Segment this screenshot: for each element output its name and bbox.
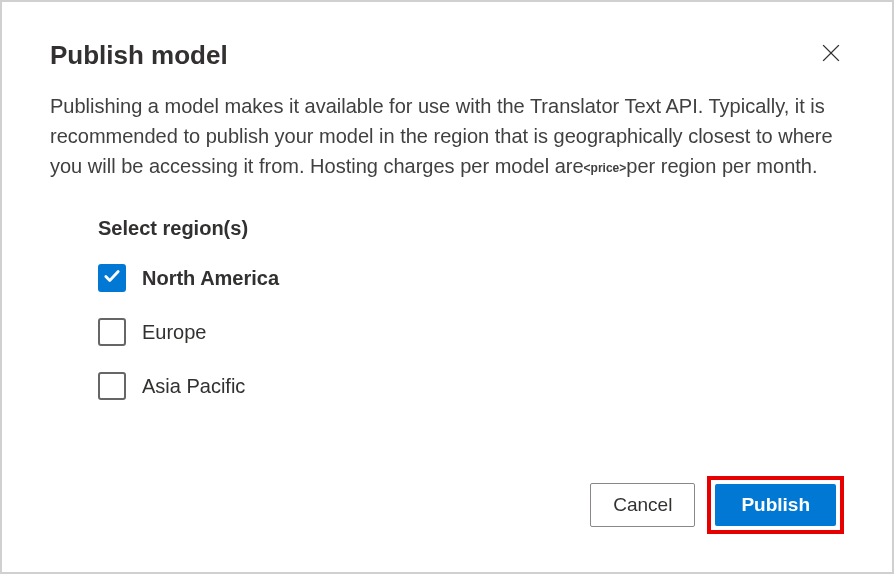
region-label: Asia Pacific [142, 375, 245, 398]
region-option-asia-pacific[interactable]: Asia Pacific [98, 372, 844, 400]
dialog-title: Publish model [50, 40, 228, 71]
checkbox-checked[interactable] [98, 264, 126, 292]
region-option-north-america[interactable]: North America [98, 264, 844, 292]
dialog-header: Publish model [50, 40, 844, 71]
checkbox-unchecked[interactable] [98, 318, 126, 346]
dialog-description: Publishing a model makes it available fo… [50, 91, 844, 181]
regions-label: Select region(s) [98, 217, 844, 240]
publish-button-highlight: Publish [707, 476, 844, 534]
regions-section: Select region(s) North America Europe As… [50, 217, 844, 400]
close-button[interactable] [818, 40, 844, 69]
publish-model-dialog: Publish model Publishing a model makes i… [2, 2, 892, 572]
price-placeholder: <price> [584, 161, 627, 175]
region-label: North America [142, 267, 279, 290]
dialog-actions: Cancel Publish [590, 476, 844, 534]
close-icon [822, 44, 840, 66]
region-label: Europe [142, 321, 207, 344]
checkbox-unchecked[interactable] [98, 372, 126, 400]
cancel-button[interactable]: Cancel [590, 483, 695, 527]
publish-button[interactable]: Publish [715, 484, 836, 526]
description-post: per region per month. [626, 155, 817, 177]
checkmark-icon [103, 267, 121, 289]
region-option-europe[interactable]: Europe [98, 318, 844, 346]
